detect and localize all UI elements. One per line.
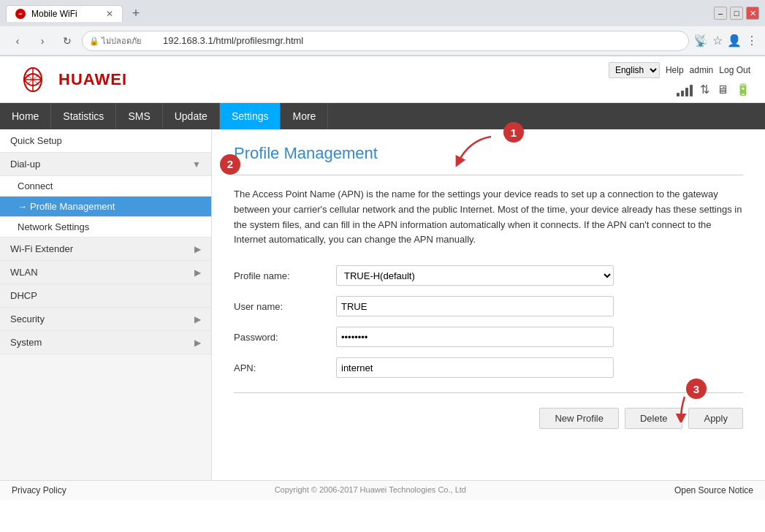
sidebar: Quick Setup Dial-up ▼ 2 Connect → Profil…	[0, 129, 212, 480]
profile-icon[interactable]: 👤	[727, 34, 742, 48]
button-row: 3 New Profile Delete Apply	[234, 408, 743, 429]
nav-more[interactable]: More	[281, 103, 328, 129]
browser-tab[interactable]: Mobile WiFi ✕	[6, 5, 123, 22]
system-chevron-icon: ▶	[194, 338, 201, 348]
username-label: User name:	[234, 301, 336, 312]
help-link[interactable]: Help	[666, 65, 684, 75]
profile-name-row: Profile name: TRUE-H(default)	[234, 265, 743, 286]
apn-input[interactable]	[336, 357, 614, 378]
description-text: The Access Point Name (APN) is the name …	[234, 187, 743, 248]
header-right: English Help admin Log Out ⇅ 🖥 🔋	[609, 62, 750, 96]
page-title: Profile Management	[234, 144, 378, 163]
annotation-2: 2	[220, 154, 240, 175]
wlan-chevron-icon: ▶	[194, 267, 201, 278]
password-row: Password:	[234, 327, 743, 347]
display-icon: 🖥	[717, 83, 728, 96]
copyright-text: Copyright © 2006-2017 Huawei Technologie…	[275, 485, 466, 495]
cast-icon[interactable]: 📡	[693, 34, 708, 48]
profile-name-control: TRUE-H(default)	[336, 265, 614, 286]
sidebar-connect[interactable]: Connect	[0, 176, 211, 197]
tab-close-button[interactable]: ✕	[106, 9, 113, 19]
huawei-logo-icon	[15, 65, 51, 94]
password-control	[336, 327, 614, 347]
status-icons: ⇅ 🖥 🔋	[677, 83, 750, 96]
title-bar: Mobile WiFi ✕ + – □ ✕	[0, 0, 765, 26]
username-input[interactable]	[336, 296, 614, 316]
logout-link[interactable]: Log Out	[719, 65, 750, 75]
apn-row: APN:	[234, 357, 743, 378]
arrow-icon: →	[18, 201, 27, 212]
logo-area: HUAWEI	[15, 65, 127, 94]
forward-button[interactable]: ›	[32, 31, 53, 51]
back-button[interactable]: ‹	[7, 31, 28, 51]
refresh-button[interactable]: ↻	[57, 31, 77, 51]
privacy-policy-link[interactable]: Privacy Policy	[12, 485, 66, 495]
sidebar-quick-setup[interactable]: Quick Setup	[0, 129, 211, 153]
new-profile-button[interactable]: New Profile	[539, 408, 618, 429]
header-top-controls: English Help admin Log Out	[609, 62, 750, 78]
browser-action-icons: 📡 ☆ 👤 ⋮	[693, 34, 758, 48]
url-bar: 🔒 ไม่ปลอดภัย	[82, 31, 689, 51]
password-label: Password:	[234, 332, 336, 343]
site-header: HUAWEI English Help admin Log Out ⇅ 🖥	[0, 56, 765, 103]
username-control	[336, 296, 614, 316]
annotation-3: 3	[686, 379, 707, 399]
nav-sms[interactable]: SMS	[116, 103, 162, 129]
password-input[interactable]	[336, 327, 614, 347]
new-tab-button[interactable]: +	[126, 3, 146, 23]
site-footer: Privacy Policy Copyright © 2006-2017 Hua…	[0, 480, 765, 500]
main-layout: Quick Setup Dial-up ▼ 2 Connect → Profil…	[0, 129, 765, 480]
url-secure-label: ไม่ปลอดภัย	[102, 37, 141, 45]
sidebar-security[interactable]: Security ▶	[0, 308, 211, 331]
signal-icon	[677, 83, 693, 96]
bookmark-icon[interactable]: ☆	[712, 34, 723, 48]
sidebar-dial-up[interactable]: Dial-up ▼ 2	[0, 153, 211, 176]
profile-name-label: Profile name:	[234, 270, 336, 281]
language-select[interactable]: English	[609, 62, 660, 78]
title-area: Profile Management 1	[234, 144, 378, 175]
window-controls: – □ ✕	[714, 7, 759, 20]
annotation-1: 1	[503, 122, 524, 142]
sidebar-profile-management[interactable]: → Profile Management	[0, 197, 211, 217]
chevron-icon: ▼	[192, 159, 201, 170]
apn-control	[336, 357, 614, 378]
site-logo-text: HUAWEI	[58, 70, 127, 89]
title-divider	[234, 175, 743, 175]
security-chevron-icon: ▶	[194, 314, 201, 324]
annotation-1-arrow	[447, 133, 506, 170]
sidebar-system[interactable]: System ▶	[0, 331, 211, 354]
maximize-button[interactable]: □	[730, 7, 743, 20]
minimize-button[interactable]: –	[714, 7, 727, 20]
profile-name-select[interactable]: TRUE-H(default)	[336, 265, 614, 286]
favicon	[15, 9, 26, 19]
close-button[interactable]: ✕	[746, 7, 759, 20]
sidebar-wifi-extender[interactable]: Wi-Fi Extender ▶	[0, 238, 211, 261]
sidebar-network-settings[interactable]: Network Settings	[0, 217, 211, 238]
lock-icon: 🔒	[89, 37, 99, 45]
data-transfer-icon: ⇅	[700, 83, 709, 96]
username-row: User name:	[234, 296, 743, 316]
open-source-link[interactable]: Open Source Notice	[674, 485, 753, 495]
main-nav: Home Statistics SMS Update Settings More	[0, 103, 765, 129]
nav-update[interactable]: Update	[163, 103, 220, 129]
sidebar-dhcp[interactable]: DHCP	[0, 284, 211, 308]
content-area: Profile Management 1 The Access Point Na…	[212, 129, 765, 480]
tab-title: Mobile WiFi	[31, 9, 77, 19]
menu-icon[interactable]: ⋮	[746, 34, 758, 48]
apn-label: APN:	[234, 362, 336, 373]
nav-home[interactable]: Home	[0, 103, 51, 129]
wifi-extender-chevron-icon: ▶	[194, 244, 201, 254]
url-input[interactable]	[82, 31, 689, 51]
nav-statistics[interactable]: Statistics	[51, 103, 116, 129]
nav-settings[interactable]: Settings	[220, 103, 281, 129]
sidebar-wlan[interactable]: WLAN ▶	[0, 261, 211, 284]
profile-form: Profile name: TRUE-H(default) User name:…	[234, 265, 743, 378]
battery-icon: 🔋	[736, 83, 750, 96]
address-bar: ‹ › ↻ 🔒 ไม่ปลอดภัย 📡 ☆ 👤 ⋮	[0, 26, 765, 56]
page-content: HUAWEI English Help admin Log Out ⇅ 🖥	[0, 56, 765, 506]
admin-link[interactable]: admin	[690, 65, 714, 75]
